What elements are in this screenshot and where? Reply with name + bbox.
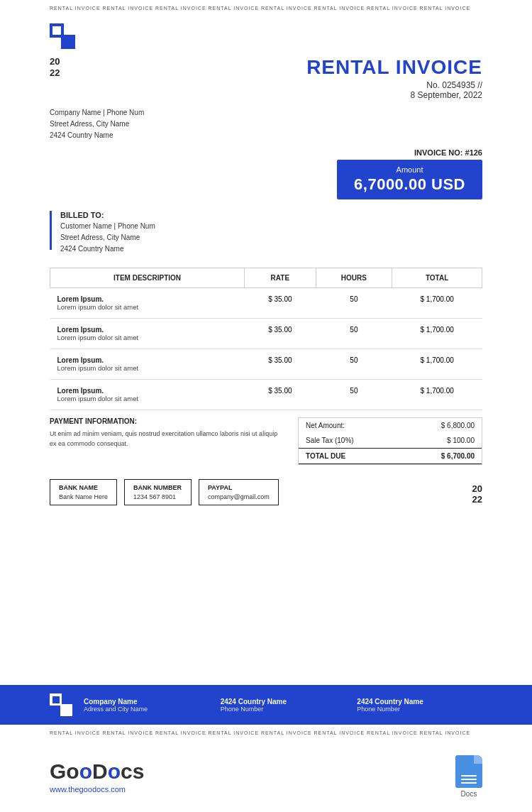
- goodocs-url: www.thegoodocs.com: [50, 785, 144, 794]
- table-row: Lorem Ipsum. Lorem ipsum dolor sit amet …: [50, 319, 482, 349]
- table-row: Lorem Ipsum. Lorem ipsum dolor sit amet …: [50, 380, 482, 410]
- billed-to-label: BILLED TO:: [60, 211, 155, 219]
- amount-label: Amount: [354, 165, 465, 174]
- table-cell-rate-2: $ 35.00: [245, 349, 316, 380]
- top-ticker: RENTAL INVOICE RENTAL INVOICE RENTAL INV…: [0, 0, 532, 16]
- table-row: Lorem Ipsum. Lorem ipsum dolor sit amet …: [50, 288, 482, 319]
- goodocs-left: GooDocs www.thegoodocs.com: [50, 759, 144, 794]
- footer-logo-icon: [50, 693, 72, 716]
- footer-blue-bar: Company Name Adress and City Name 2424 C…: [0, 685, 532, 725]
- docs-icon-wrap: Docs: [455, 755, 482, 798]
- from-address: Company Name | Phone Num Street Adress, …: [50, 107, 482, 141]
- table-cell-desc-0: Lorem Ipsum. Lorem ipsum dolor sit amet: [50, 288, 245, 319]
- amount-box: Amount 6,7000.00 USD: [337, 160, 482, 199]
- invoice-meta: INVOICE NO: #126 Amount 6,7000.00 USD: [337, 148, 482, 199]
- footer-col-2: 2424 Country Name Phone Number: [221, 698, 346, 713]
- table-header-hours: HOURS: [316, 268, 392, 288]
- table-header-total: TOTAL: [392, 268, 482, 288]
- logo-row: [50, 23, 482, 49]
- summary-payment-row: PAYMENT INFORMATION: Ut enim ad minim ve…: [50, 417, 482, 465]
- table-cell-total-3: $ 1,700.00: [392, 380, 482, 410]
- payment-title: PAYMENT INFORMATION:: [50, 417, 284, 425]
- header-year: 20 22: [50, 56, 60, 78]
- payment-text: Ut enim ad minim veniam, quis nostrud ex…: [50, 429, 284, 449]
- bank-row: BANK NAME Bank Name Here BANK NUMBER 123…: [50, 479, 279, 505]
- table-cell-hours-1: 50: [316, 319, 392, 349]
- net-amount-row: Net Amount: $ 6,800.00: [299, 418, 482, 433]
- invoice-no-label: INVOICE NO: #126: [337, 148, 482, 157]
- table-header-description: ITEM DESCRIPTION: [50, 268, 245, 288]
- table-cell-total-2: $ 1,700.00: [392, 349, 482, 380]
- bank-year-row: BANK NAME Bank Name Here BANK NUMBER 123…: [50, 465, 482, 505]
- table-cell-total-1: $ 1,700.00: [392, 319, 482, 349]
- billed-bar: [50, 211, 52, 250]
- table-row: Lorem Ipsum. Lorem ipsum dolor sit amet …: [50, 349, 482, 380]
- billed-to-section: BILLED TO: Customer Name | Phone Num Str…: [50, 211, 155, 255]
- header-main: 20 22 RENTAL INVOICE No. 0254935 // 8 Se…: [50, 56, 482, 100]
- goodocs-footer: GooDocs www.thegoodocs.com Docs: [0, 741, 532, 812]
- invoice-table: ITEM DESCRIPTION RATE HOURS TOTAL Lorem …: [50, 268, 482, 410]
- table-cell-desc-3: Lorem Ipsum. Lorem ipsum dolor sit amet: [50, 380, 245, 410]
- amount-value: 6,7000.00 USD: [354, 175, 465, 194]
- table-header-rate: RATE: [245, 268, 316, 288]
- title-block: RENTAL INVOICE No. 0254935 // 8 Septembe…: [306, 56, 482, 100]
- billed-amount-row: BILLED TO: Customer Name | Phone Num Str…: [50, 211, 482, 255]
- paypal-box: PAYPAL company@gmail.com: [199, 479, 279, 505]
- invoice-no: No. 0254935 //: [306, 80, 482, 90]
- table-cell-hours-0: 50: [316, 288, 392, 319]
- bank-number-box: BANK NUMBER 1234 567 8901: [124, 479, 192, 505]
- table-cell-desc-1: Lorem Ipsum. Lorem ipsum dolor sit amet: [50, 319, 245, 349]
- bank-name-box: BANK NAME Bank Name Here: [50, 479, 117, 505]
- table-cell-rate-3: $ 35.00: [245, 380, 316, 410]
- table-cell-desc-2: Lorem Ipsum. Lorem ipsum dolor sit amet: [50, 349, 245, 380]
- total-row: TOTAL DUE $ 6,700.00: [299, 448, 482, 464]
- footer-col-3: 2424 Country Name Phone Number: [357, 698, 482, 713]
- docs-icon: [455, 755, 482, 788]
- billed-to-address: Customer Name | Phone Num Street Adress,…: [60, 221, 155, 255]
- table-cell-hours-3: 50: [316, 380, 392, 410]
- invoice-date: 8 September, 2022: [306, 90, 482, 100]
- table-cell-rate-1: $ 35.00: [245, 319, 316, 349]
- table-cell-total-0: $ 1,700.00: [392, 288, 482, 319]
- company-logo-icon: [50, 23, 75, 49]
- summary-section: Net Amount: $ 6,800.00 Sale Tax (10%) $ …: [298, 417, 482, 465]
- goodocs-brand: GooDocs: [50, 759, 144, 784]
- table-cell-rate-0: $ 35.00: [245, 288, 316, 319]
- docs-label: Docs: [461, 790, 477, 798]
- footer-col-1: Company Name Adress and City Name: [84, 698, 209, 713]
- bottom-ticker: RENTAL INVOICE RENTAL INVOICE RENTAL INV…: [0, 725, 532, 741]
- payment-section: PAYMENT INFORMATION: Ut enim ad minim ve…: [50, 417, 298, 449]
- invoice-title: RENTAL INVOICE: [306, 56, 482, 79]
- year-bottom-right: 20 22: [472, 483, 482, 505]
- table-cell-hours-2: 50: [316, 349, 392, 380]
- tax-row: Sale Tax (10%) $ 100.00: [299, 433, 482, 448]
